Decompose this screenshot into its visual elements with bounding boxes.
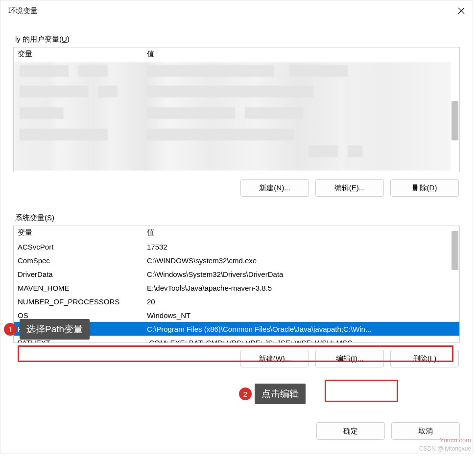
user-button-row: 新建(N)... 编辑(E)... 删除(D): [13, 179, 459, 197]
annotation-2: 2 点击编辑: [239, 384, 306, 404]
column-header-value[interactable]: 值: [143, 226, 459, 239]
annotation-1: 1 选择Path变量: [4, 319, 90, 340]
cell-variable: ACSvcPort: [14, 243, 143, 251]
cell-value: C:\Program Files (x86)\Common Files\Orac…: [143, 325, 459, 333]
annotation-tooltip-1: 选择Path变量: [20, 319, 90, 340]
user-delete-button[interactable]: 删除(D): [390, 179, 459, 197]
annotation-tooltip-2: 点击编辑: [255, 384, 306, 404]
user-edit-button[interactable]: 编辑(E)...: [315, 179, 384, 197]
close-button[interactable]: [450, 0, 473, 21]
cell-value: C:\Windows\System32\Drivers\DriverData: [143, 270, 459, 278]
listbox-header: 变量 值: [14, 47, 459, 61]
watermark: Yuucn.com CSDN @liyitongxue: [419, 436, 471, 453]
cell-variable: NUMBER_OF_PROCESSORS: [14, 297, 143, 306]
cell-value: 20: [143, 297, 459, 306]
table-row[interactable]: NUMBER_OF_PROCESSORS20: [14, 295, 459, 308]
column-header-variable[interactable]: 变量: [14, 226, 143, 239]
ok-button[interactable]: 确定: [316, 422, 385, 440]
user-new-button[interactable]: 新建(N)...: [240, 179, 309, 197]
close-icon: [458, 7, 465, 14]
user-variables-section: ly 的用户变量(U) 变量 值: [13, 35, 460, 197]
column-header-value[interactable]: 值: [143, 47, 459, 61]
table-row[interactable]: ACSvcPort17532: [14, 240, 459, 253]
cell-value: 17532: [143, 243, 459, 251]
table-row[interactable]: DriverDataC:\Windows\System32\Drivers\Dr…: [14, 267, 459, 281]
user-section-label: ly 的用户变量(U): [15, 35, 460, 44]
user-variables-listbox[interactable]: 变量 值: [13, 47, 460, 172]
system-new-button[interactable]: 新建(W)...: [240, 350, 309, 367]
system-section-label: 系统变量(S): [15, 213, 460, 223]
column-header-variable[interactable]: 变量: [14, 47, 143, 61]
system-button-row: 新建(W)... 编辑(I)... 删除(L): [13, 350, 459, 367]
dialog-title: 环境变量: [8, 6, 38, 16]
title-bar: 环境变量: [0, 0, 473, 21]
system-variables-section: 系统变量(S) 变量 值 ACSvcPort17532ComSpecC:\WIN…: [13, 213, 460, 367]
scrollbar-thumb[interactable]: [452, 101, 458, 140]
system-edit-button[interactable]: 编辑(I)...: [315, 350, 384, 367]
watermark-site: Yuucn.com: [419, 436, 471, 445]
blurred-content: [15, 62, 451, 171]
table-row[interactable]: MAVEN_HOMEE:\devTools\Java\apache-maven-…: [14, 281, 459, 295]
listbox-header: 变量 值: [14, 226, 459, 240]
annotation-number-2: 2: [239, 388, 252, 400]
watermark-attribution: CSDN @liyitongxue: [419, 445, 471, 453]
table-row[interactable]: ComSpecC:\WINDOWS\system32\cmd.exe: [14, 253, 459, 267]
cell-value: C:\WINDOWS\system32\cmd.exe: [143, 256, 459, 265]
annotation-number-1: 1: [4, 323, 17, 336]
cell-variable: ComSpec: [14, 256, 143, 265]
env-variables-dialog: 环境变量 ly 的用户变量(U) 变量 值: [0, 0, 473, 454]
scrollbar-thumb[interactable]: [452, 231, 458, 270]
cell-value: Windows_NT: [143, 311, 459, 319]
cell-value: E:\devTools\Java\apache-maven-3.8.5: [143, 284, 459, 292]
cell-variable: OS: [14, 311, 143, 319]
cell-variable: DriverData: [14, 270, 143, 278]
system-delete-button[interactable]: 删除(L): [390, 350, 459, 367]
cell-value: .COM;.EXE;.BAT;.CMD;.VBS;.VBE;.JS;.JSE;.…: [143, 339, 459, 343]
cell-variable: MAVEN_HOME: [14, 284, 143, 292]
